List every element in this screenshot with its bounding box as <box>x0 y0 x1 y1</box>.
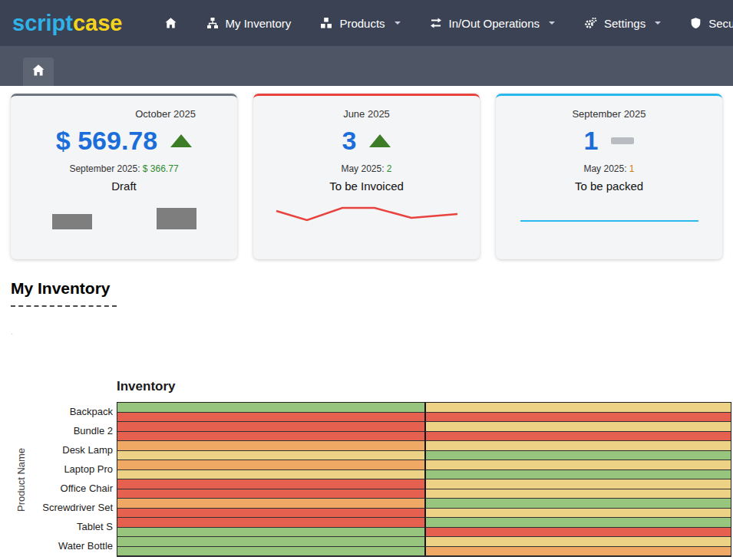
mini-bar <box>52 214 92 229</box>
brand-part2: case <box>73 11 123 35</box>
placeholder-dot: . <box>11 327 733 336</box>
heatmap-cell <box>117 537 424 547</box>
mini-bar <box>157 208 196 229</box>
heatmap-cell <box>424 413 731 423</box>
card-value: 1 <box>584 126 599 156</box>
compare-value: 2 <box>387 163 392 174</box>
heatmap-cell <box>117 413 424 423</box>
card-to-be-packed: September 2025 1 May 2025: 1 To be packe… <box>496 94 722 259</box>
heatmap-cell <box>117 479 424 489</box>
card-period: June 2025 <box>261 108 472 120</box>
heatmap-cell <box>117 441 424 451</box>
trend-up-icon <box>170 134 192 147</box>
compare-label: May 2025: <box>583 163 626 174</box>
summary-cards: October 2025 $ 569.78 September 2025: $ … <box>0 86 733 259</box>
heatmap-cell <box>117 528 424 538</box>
heatmap-cell <box>424 432 731 442</box>
nav-label: Settings <box>604 17 646 30</box>
sitemap-icon <box>206 17 219 29</box>
nav-label: My Inventory <box>226 17 292 30</box>
heatmap-cell <box>424 528 731 538</box>
heatmap-cell <box>117 432 424 442</box>
nav-label: Security <box>708 17 733 30</box>
card-period: September 2025 <box>504 108 715 120</box>
page-title: My Inventory <box>11 279 733 298</box>
heatmap-cell <box>424 489 731 499</box>
nav-item-in-out-operations[interactable]: In/Out Operations <box>430 17 555 30</box>
card-compare: May 2025: 2 <box>261 163 472 174</box>
category-label: Laptop Pro <box>31 460 117 479</box>
heatmap-cell <box>117 489 424 499</box>
heatmap-cell <box>117 518 424 528</box>
card-value: $ 569.78 <box>56 126 157 156</box>
category-label: Backpack <box>31 402 117 421</box>
card-period: October 2025 <box>18 108 229 120</box>
chart-title: Inventory <box>117 379 731 402</box>
compare-value: $ 366.77 <box>143 163 179 174</box>
breadcrumb-tabbar <box>0 46 733 86</box>
category-label: Screwdriver Set <box>31 498 117 517</box>
heatmap-cell <box>117 403 424 413</box>
heatmap-cell <box>424 479 731 489</box>
brand-logo[interactable]: scriptcase <box>12 11 123 36</box>
category-label: Bundle 2 <box>31 421 117 440</box>
card-compare: May 2025: 1 <box>504 163 715 174</box>
compare-label: May 2025: <box>341 163 384 174</box>
heatmap-cell <box>117 470 424 480</box>
home-tab[interactable] <box>23 58 54 86</box>
nav-label: In/Out Operations <box>449 17 540 30</box>
heatmap-cell <box>424 441 731 451</box>
inventory-heatmap: Inventory Product Name BackpackBundle 2D… <box>11 379 731 557</box>
heatmap-cell <box>424 403 731 413</box>
heatmap-plot <box>117 402 731 557</box>
mini-line-chart <box>275 203 459 225</box>
compare-value: 1 <box>629 163 635 174</box>
heatmap-cell <box>424 518 731 528</box>
category-label: Tablet S <box>31 517 117 536</box>
mini-bar-chart <box>18 208 229 229</box>
dashed-divider <box>11 305 117 307</box>
heatmap-cell <box>424 547 731 557</box>
chevron-down-icon <box>549 21 555 25</box>
card-to-be-invoiced: June 2025 3 May 2025: 2 To be Invoiced <box>253 94 480 259</box>
heatmap-cell <box>424 470 731 480</box>
heatmap-cell <box>424 537 731 547</box>
category-label: Desk Lamp <box>31 440 117 460</box>
card-caption: To be Invoiced <box>261 180 472 193</box>
heatmap-cell <box>117 509 424 519</box>
card-caption: Draft <box>18 180 229 193</box>
nav-item-products[interactable]: Products <box>320 17 400 30</box>
heatmap-cell <box>424 509 731 519</box>
nav-label: Products <box>339 17 385 30</box>
trend-up-icon <box>369 134 391 147</box>
card-draft: October 2025 $ 569.78 September 2025: $ … <box>11 94 237 259</box>
chevron-down-icon <box>395 21 401 25</box>
shield-icon <box>690 17 702 29</box>
card-compare: September 2025: $ 366.77 <box>18 163 229 174</box>
card-caption: To be packed <box>504 180 715 193</box>
heatmap-cell <box>117 422 424 432</box>
mini-flat-line <box>520 220 698 222</box>
nav-item-my-inventory[interactable]: My Inventory <box>206 17 292 30</box>
heatmap-cell <box>424 451 731 461</box>
nav-item-security[interactable]: Security <box>690 17 733 30</box>
category-label: Office Chair <box>31 479 117 498</box>
heatmap-cell <box>117 460 424 470</box>
chevron-down-icon <box>655 21 661 25</box>
trend-flat-icon <box>611 137 634 144</box>
home-icon <box>164 17 177 29</box>
heatmap-cell <box>424 422 731 432</box>
nav-item-home[interactable] <box>164 17 177 29</box>
card-value: 3 <box>342 126 357 156</box>
heatmap-category-labels: BackpackBundle 2Desk LampLaptop ProOffic… <box>31 402 117 557</box>
compare-label: September 2025: <box>69 163 140 174</box>
in-out-arrows-icon <box>430 17 442 29</box>
heatmap-cell <box>424 460 731 470</box>
heatmap-cell <box>424 499 731 509</box>
nav-item-settings[interactable]: Settings <box>584 17 661 30</box>
y-axis-label: Product Name <box>11 402 31 557</box>
category-label: Water Bottle <box>31 536 117 555</box>
brand-part1: script <box>12 11 73 35</box>
heatmap-cell <box>117 547 424 557</box>
cubes-icon <box>320 17 332 29</box>
